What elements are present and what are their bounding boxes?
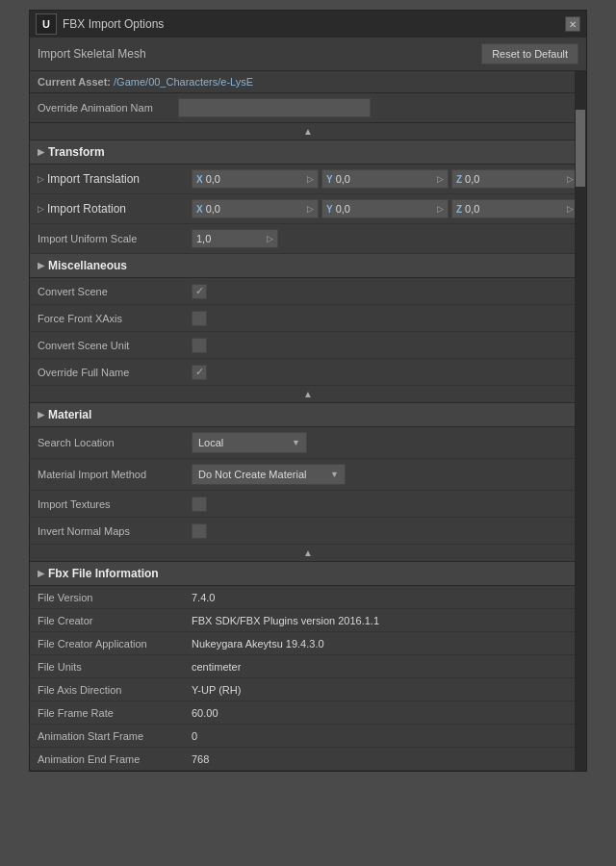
search-location-dropdown[interactable]: Local ▼: [192, 432, 307, 453]
import-translation-xyz: X 0,0 ▷ Y 0,0 ▷ Z 0,0 ▷: [192, 169, 578, 189]
current-asset-bar: Current Asset: /Game/00_Characters/e-Lys…: [30, 71, 586, 93]
convert-scene-row: Convert Scene: [30, 278, 586, 305]
fbx-info-value: 7.4.0: [192, 592, 215, 603]
override-animation-input[interactable]: [178, 98, 371, 117]
fbx-info-row: File Creator FBX SDK/FBX Plugins version…: [30, 609, 586, 632]
import-textures-row: Import Textures: [30, 491, 586, 518]
scrollbar[interactable]: [575, 71, 586, 771]
scrollbar-thumb[interactable]: [576, 110, 585, 187]
ue-logo: U: [36, 13, 57, 35]
import-rotation-row: ▷ Import Rotation X 0,0 ▷ Y 0,0 ▷: [30, 194, 586, 224]
material-import-method-value: Do Not Create Material: [198, 469, 326, 480]
invert-normal-maps-label: Invert Normal Maps: [38, 525, 192, 537]
search-location-dropdown-arrow: ▼: [292, 438, 300, 447]
force-front-xaxis-row: Force Front XAxis: [30, 305, 586, 332]
current-asset-path: /Game/00_Characters/e-LysE: [114, 76, 253, 88]
uniform-scale-field[interactable]: 1,0 ▷: [192, 229, 278, 248]
rotation-x-field[interactable]: X 0,0 ▷: [192, 199, 319, 218]
translation-y-field[interactable]: Y 0,0 ▷: [321, 169, 449, 189]
search-location-row: Search Location Local ▼: [30, 427, 586, 459]
fbx-info-section-label: Fbx File Information: [48, 567, 159, 580]
convert-scene-unit-checkbox[interactable]: [192, 338, 207, 353]
fbx-info-value: FBX SDK/FBX Plugins version 2016.1.1: [192, 615, 379, 626]
fbx-info-value: Nukeygara Akeytsu 19.4.3.0: [192, 638, 324, 650]
main-content: Current Asset: /Game/00_Characters/e-Lys…: [30, 71, 586, 771]
override-animation-label: Override Animation Nam: [38, 102, 172, 114]
fbx-info-label: Animation End Frame: [38, 753, 192, 765]
fbx-info-section-header: ▶ Fbx File Information: [30, 562, 586, 586]
translation-z-value: 0,0: [465, 173, 564, 185]
translation-z-field[interactable]: Z 0,0 ▷: [451, 169, 578, 189]
fbx-info-label: File Frame Rate: [38, 707, 192, 719]
material-collapse-arrow[interactable]: ▲: [30, 386, 586, 403]
rotation-y-value: 0,0: [336, 203, 434, 215]
fbx-info-row: File Units centimeter: [30, 655, 586, 678]
miscellaneous-section-content: Convert Scene Force Front XAxis Convert …: [30, 278, 586, 386]
override-full-name-row: Override Full Name: [30, 359, 586, 386]
material-import-method-row: Material Import Method Do Not Create Mat…: [30, 459, 586, 491]
force-front-xaxis-label: Force Front XAxis: [38, 313, 192, 324]
invert-normal-maps-row: Invert Normal Maps: [30, 518, 586, 545]
fbx-info-label: File Version: [38, 592, 192, 603]
toolbar: Import Skeletal Mesh Reset to Default: [30, 38, 586, 71]
import-uniform-scale-label: Import Uniform Scale: [38, 233, 192, 244]
override-full-name-checkbox[interactable]: [192, 365, 207, 380]
material-import-method-dropdown[interactable]: Do Not Create Material ▼: [192, 464, 346, 485]
material-section-content: Search Location Local ▼ Material Import …: [30, 427, 586, 545]
fbx-info-value: centimeter: [192, 661, 241, 673]
fbx-info-value: 60.00: [192, 707, 218, 719]
miscellaneous-section-header: ▶ Miscellaneous: [30, 254, 586, 278]
convert-scene-unit-row: Convert Scene Unit: [30, 332, 586, 359]
fbx-info-row: Animation End Frame 768: [30, 748, 586, 771]
close-button[interactable]: ✕: [565, 16, 580, 32]
fbx-info-label: File Axis Direction: [38, 684, 192, 696]
material-import-method-label: Material Import Method: [38, 469, 192, 480]
reset-to-default-button[interactable]: Reset to Default: [481, 43, 578, 64]
translation-x-value: 0,0: [206, 173, 304, 185]
fbx-info-label: Animation Start Frame: [38, 730, 192, 742]
translation-x-field[interactable]: X 0,0 ▷: [192, 169, 319, 189]
fbx-info-value: Y-UP (RH): [192, 684, 241, 696]
search-location-label: Search Location: [38, 437, 192, 448]
title-bar: U FBX Import Options ✕: [30, 11, 586, 38]
fbx-info-label: File Creator: [38, 615, 192, 626]
transform-collapse-arrow[interactable]: ▲: [30, 123, 586, 140]
fbx-info-row: Animation Start Frame 0: [30, 725, 586, 748]
fbx-info-row: File Creator Application Nukeygara Akeyt…: [30, 632, 586, 655]
import-uniform-scale-row: Import Uniform Scale 1,0 ▷: [30, 224, 586, 254]
current-asset-label: Current Asset:: [38, 76, 111, 88]
import-textures-checkbox[interactable]: [192, 497, 207, 512]
import-rotation-label-group: ▷ Import Rotation: [38, 202, 192, 216]
fbx-info-label: File Creator Application: [38, 638, 192, 650]
window-title: FBX Import Options: [63, 17, 164, 31]
transform-section-header: ▶ Transform: [30, 140, 586, 165]
override-animation-row: Override Animation Nam: [30, 93, 586, 123]
uniform-scale-value: 1,0: [196, 233, 264, 244]
transform-section-label: Transform: [48, 145, 105, 159]
fbx-info-value: 768: [192, 753, 209, 765]
fbx-info-row: File Axis Direction Y-UP (RH): [30, 678, 586, 701]
toolbar-title: Import Skeletal Mesh: [38, 47, 146, 61]
rotation-z-value: 0,0: [465, 203, 564, 215]
fbx-info-section-content: File Version 7.4.0 File Creator FBX SDK/…: [30, 586, 586, 771]
translation-y-value: 0,0: [336, 173, 434, 185]
miscellaneous-section-label: Miscellaneous: [48, 259, 127, 272]
material-section-header: ▶ Material: [30, 403, 586, 427]
transform-section-content: ▷ Import Translation X 0,0 ▷ Y 0,0 ▷: [30, 165, 586, 254]
invert-normal-maps-checkbox[interactable]: [192, 523, 207, 539]
fbx-info-collapse-arrow[interactable]: ▲: [30, 545, 586, 562]
force-front-xaxis-checkbox[interactable]: [192, 311, 207, 326]
import-rotation-label: Import Rotation: [47, 202, 126, 216]
rotation-y-field[interactable]: Y 0,0 ▷: [321, 199, 449, 218]
convert-scene-checkbox[interactable]: [192, 284, 207, 299]
import-translation-label-group: ▷ Import Translation: [38, 172, 192, 186]
title-bar-left: U FBX Import Options: [36, 13, 164, 35]
search-location-value: Local: [198, 437, 288, 448]
fbx-info-row: File Version 7.4.0: [30, 586, 586, 609]
material-import-method-dropdown-arrow: ▼: [330, 470, 339, 479]
convert-scene-unit-label: Convert Scene Unit: [38, 340, 192, 351]
rotation-z-field[interactable]: Z 0,0 ▷: [451, 199, 578, 218]
import-translation-label: Import Translation: [47, 172, 140, 186]
convert-scene-label: Convert Scene: [38, 286, 192, 297]
fbx-info-row: File Frame Rate 60.00: [30, 701, 586, 725]
